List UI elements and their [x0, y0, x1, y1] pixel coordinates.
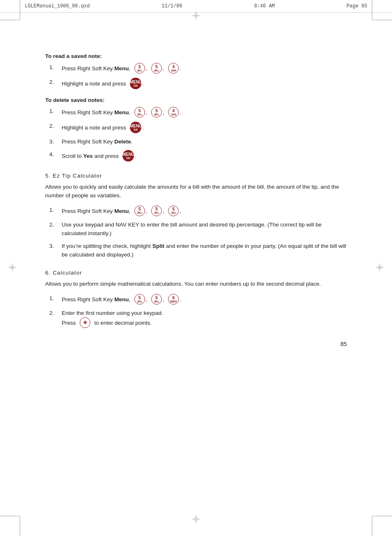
ez-tip-description: Allows you to quickly and easily calcula… [45, 183, 347, 200]
delete-note-heading: To delete saved notes: [45, 97, 347, 103]
step-num: 4. [49, 150, 62, 159]
step-text: Enter the first number using your keypad… [62, 309, 347, 328]
key-5jkl-1: 5JKL [134, 63, 145, 74]
ez-tip-steps: 1. Press Right Soft Key Menu, 5JKL, 5JKL… [49, 206, 347, 259]
step-text: Press Right Soft Key Menu, 5JKL, 5JKL, 6… [62, 294, 347, 305]
calculator-steps: 1. Press Right Soft Key Menu, 5JKL, 5JKL… [49, 294, 347, 328]
reg-line-top-right [372, 20, 392, 20]
crosshair-left-mid [8, 263, 16, 273]
header-time: 8:46 AM [254, 3, 274, 9]
key-menu-ok-3: MENUOK [122, 150, 134, 162]
step-num: 2. [49, 309, 62, 318]
ez-tip-heading: 5. Ez Tip Calculator [45, 173, 347, 179]
key-5jkl-2: 5JKL [151, 63, 162, 74]
header-filename: LGLEManual_1006_06.qxd [25, 3, 90, 9]
header-page: Page 85 [347, 3, 367, 9]
key-4ghi-2: 4GHI [168, 107, 179, 118]
header-bar: LGLEManual_1006_06.qxd 11/1/06 8:46 AM P… [0, 0, 392, 13]
step-text: Press Right Soft Key Delete. [62, 138, 347, 146]
step-num: 3. [49, 138, 62, 146]
crosshair-top-center [192, 12, 200, 21]
key-5jkl-5: 5JKL [134, 206, 145, 216]
calculator-step-1: 1. Press Right Soft Key Menu, 5JKL, 5JKL… [49, 294, 347, 305]
step-num: 1. [49, 294, 62, 303]
delete-note-step-1: 1. Press Right Soft Key Menu, 5JKL, 5JKL… [49, 107, 347, 118]
calculator-description: Allows you to perform simple mathematica… [45, 280, 347, 289]
reg-line-top-left [0, 20, 20, 20]
crosshair-right-mid [376, 263, 384, 273]
key-menu-ok-2: MENUOK [130, 122, 141, 133]
reg-line-left-top [20, 0, 20, 20]
crosshair-bottom-center [192, 515, 200, 524]
read-note-heading: To read a saved note: [45, 53, 347, 59]
read-note-step-2: 2. Highlight a note and press MENUOK. [49, 78, 347, 90]
ez-tip-step-1: 1. Press Right Soft Key Menu, 5JKL, 5JKL… [49, 206, 347, 217]
step-text: If you’re splitting the check, highlight… [62, 242, 347, 259]
key-6mno: 6MNO [168, 294, 179, 305]
page-container: LGLEManual_1006_06.qxd 11/1/06 8:46 AM P… [0, 0, 392, 536]
reg-line-bottom-left [0, 516, 20, 516]
reg-line-left-bottom [20, 516, 20, 536]
ez-tip-step-2: 2. Use your keypad and NAV KEY to enter … [49, 221, 347, 238]
step-text: Scroll to Yes and press MENUOK. [62, 150, 347, 162]
delete-note-step-2: 2. Highlight a note and press MENUOK. [49, 122, 347, 134]
key-5jkl-3: 5JKL [134, 107, 145, 118]
key-4ghi-1: 4GHI [168, 63, 179, 74]
key-5jkl-7: 5JKL [168, 206, 179, 216]
reg-line-right-top [372, 0, 372, 20]
delete-note-step-4: 4. Scroll to Yes and press MENUOK. [49, 150, 347, 162]
key-5jkl-8: 5JKL [134, 294, 145, 305]
read-note-step-1: 1. Press Right Soft Key Menu, 5JKL, 5JKL… [49, 63, 347, 74]
step-num: 1. [49, 107, 62, 116]
step-text: Use your keypad and NAV KEY to enter the… [62, 221, 347, 238]
step-num: 1. [49, 206, 62, 215]
key-5jkl-4: 5JKL [151, 107, 162, 118]
step-text: Highlight a note and press MENUOK. [62, 78, 347, 90]
step-text: Press Right Soft Key Menu, 5JKL, 5JKL, 5… [62, 206, 347, 217]
step-num: 2. [49, 78, 62, 87]
step-text: Highlight a note and press MENUOK. [62, 122, 347, 134]
page-number: 85 [45, 341, 347, 347]
delete-note-step-3: 3. Press Right Soft Key Delete. [49, 138, 347, 146]
step-num: 3. [49, 242, 62, 251]
step-num: 1. [49, 63, 62, 72]
content-area: To read a saved note: 1. Press Right Sof… [0, 13, 392, 372]
key-star: ✳ [80, 317, 90, 328]
step-num: 2. [49, 221, 62, 229]
step-text: Press Right Soft Key Menu, 5JKL, 5JKL, 4… [62, 107, 347, 118]
key-5jkl-6: 5JKL [151, 206, 162, 216]
ez-tip-step-3: 3. If you’re splitting the check, highli… [49, 242, 347, 259]
reg-line-right-bottom [372, 516, 372, 536]
delete-note-steps: 1. Press Right Soft Key Menu, 5JKL, 5JKL… [49, 107, 347, 162]
read-note-steps: 1. Press Right Soft Key Menu, 5JKL, 5JKL… [49, 63, 347, 90]
key-5jkl-9: 5JKL [151, 294, 162, 305]
step-text: Press Right Soft Key Menu, 5JKL, 5JKL, 4… [62, 63, 347, 74]
calculator-heading: 6. Calculator [45, 270, 347, 276]
header-date: 11/1/06 [161, 3, 182, 9]
key-menu-ok-1: MENUOK [130, 78, 141, 89]
reg-line-bottom-right [372, 516, 392, 516]
step-num: 2. [49, 122, 62, 131]
calculator-step-2: 2. Enter the first number using your key… [49, 309, 347, 328]
